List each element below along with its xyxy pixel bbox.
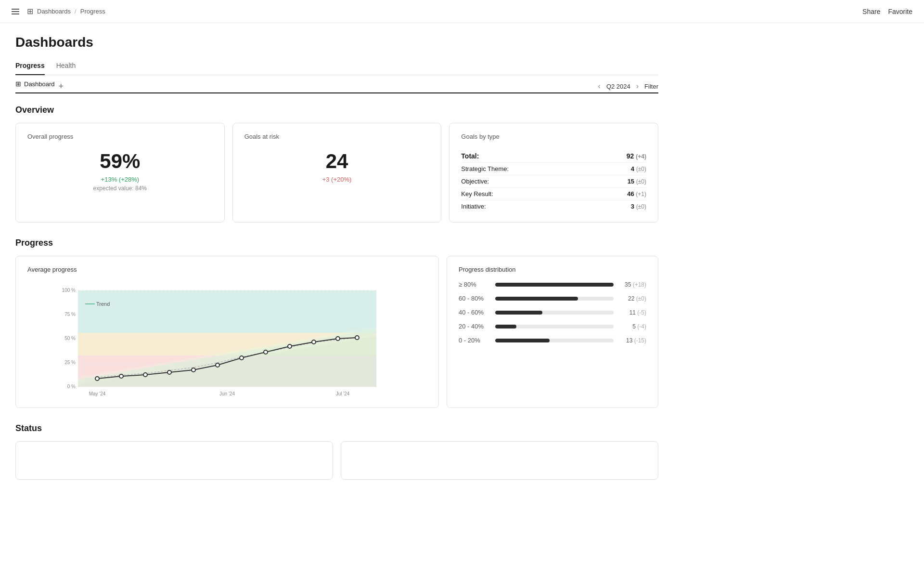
sub-toolbar: ⊞ Dashboard + ‹ Q2 2024 › Filter — [15, 75, 658, 93]
goals-by-type-card: Goals by type Total: 92 (+4) Strategic T… — [449, 123, 658, 223]
dist-range-label: 20 - 40% — [459, 323, 491, 330]
svg-marker-0 — [78, 290, 376, 333]
dist-bar-track — [495, 325, 614, 328]
overview-section: Overview Overall progress 59% +13% (+28%… — [15, 105, 658, 223]
main-tabs: Progress Health — [15, 58, 658, 75]
dist-bar-track — [495, 339, 614, 342]
goals-type-row: Objective: 15 (±0) — [461, 175, 646, 188]
overall-progress-value: 59% — [27, 150, 213, 173]
distribution-title: Progress distribution — [459, 266, 646, 273]
svg-text:Jun '24: Jun '24 — [219, 391, 235, 396]
svg-point-25 — [264, 350, 268, 354]
breadcrumb-progress[interactable]: Progress — [80, 8, 105, 15]
goals-type-table: Total: 92 (+4) Strategic Theme: 4 (±0) O… — [461, 150, 646, 212]
svg-point-18 — [95, 377, 99, 381]
dashboard-tab-label: Dashboard — [24, 80, 55, 88]
goals-type-label: Initiative: — [461, 203, 486, 210]
goals-type-label: Total: — [461, 152, 479, 160]
sub-toolbar-right: ‹ Q2 2024 › Filter — [596, 81, 658, 92]
progress-distribution-card: Progress distribution ≥ 80% 35 (+18) 60 … — [447, 256, 658, 408]
dist-count: 13 (-15) — [617, 337, 646, 344]
next-quarter-button[interactable]: › — [634, 81, 641, 92]
svg-point-20 — [143, 373, 147, 377]
svg-point-29 — [355, 336, 359, 340]
svg-point-28 — [336, 337, 340, 341]
distribution-row: 0 - 20% 13 (-15) — [459, 337, 646, 344]
goals-type-row: Initiative: 3 (±0) — [461, 200, 646, 212]
breadcrumb-separator: / — [75, 8, 77, 15]
dist-bar-fill — [495, 311, 542, 315]
svg-text:50 %: 50 % — [64, 336, 76, 341]
average-progress-chart-card: Average progress — [15, 256, 439, 408]
page-content: Dashboards Progress Health ⊞ Dashboard +… — [0, 23, 674, 507]
svg-point-22 — [192, 368, 195, 372]
dist-bar-track — [495, 283, 614, 287]
svg-point-24 — [240, 356, 244, 360]
overview-title: Overview — [15, 105, 658, 115]
prev-quarter-button[interactable]: ‹ — [596, 81, 603, 92]
goals-type-row: Key Result: 46 (+1) — [461, 188, 646, 200]
page-title: Dashboards — [15, 35, 658, 50]
overall-progress-title: Overall progress — [27, 133, 213, 140]
share-button[interactable]: Share — [862, 8, 880, 15]
svg-point-26 — [288, 344, 292, 348]
progress-charts: Average progress — [15, 256, 658, 408]
overview-cards: Overall progress 59% +13% (+28%) expecte… — [15, 123, 658, 223]
goals-type-value: 15 (±0) — [628, 178, 646, 185]
overall-progress-expected: expected value: 84% — [27, 185, 213, 192]
distribution-row: 40 - 60% 11 (-5) — [459, 309, 646, 316]
goals-type-label: Strategic Theme: — [461, 165, 509, 172]
status-card-2 — [341, 441, 658, 480]
dist-bar-track — [495, 297, 614, 301]
dashboard-grid-icon: ⊞ — [15, 80, 21, 88]
tab-health[interactable]: Health — [56, 58, 76, 75]
goals-type-row: Strategic Theme: 4 (±0) — [461, 163, 646, 175]
top-navigation: ⊞ Dashboards / Progress Share Favorite — [0, 0, 924, 23]
quarter-label: Q2 2024 — [606, 83, 630, 90]
tab-progress[interactable]: Progress — [15, 58, 45, 75]
status-card-1 — [15, 441, 333, 480]
svg-text:100 %: 100 % — [62, 288, 76, 293]
svg-text:25 %: 25 % — [64, 360, 76, 365]
svg-text:Jul '24: Jul '24 — [336, 391, 350, 396]
average-progress-chart: 100 % 75 % 50 % 25 % 0 % May '24 Jun '24… — [27, 281, 427, 396]
dist-count: 5 (-4) — [617, 323, 646, 330]
svg-point-23 — [216, 363, 219, 367]
goals-type-value: 4 (±0) — [631, 165, 646, 172]
menu-icon[interactable] — [12, 9, 19, 14]
goals-type-row: Total: 92 (+4) — [461, 150, 646, 163]
goals-at-risk-change: +3 (+20%) — [244, 176, 430, 183]
status-cards — [15, 441, 658, 480]
distribution-rows: ≥ 80% 35 (+18) 60 - 80% 22 (±0) 40 - 60%… — [459, 281, 646, 344]
dist-range-label: ≥ 80% — [459, 281, 491, 288]
goals-by-type-title: Goals by type — [461, 133, 646, 140]
goals-type-value: 46 (+1) — [627, 190, 646, 197]
progress-section-title: Progress — [15, 238, 658, 248]
dist-bar-fill — [495, 297, 578, 301]
svg-text:75 %: 75 % — [64, 312, 76, 317]
dist-range-label: 40 - 60% — [459, 309, 491, 316]
grid-icon: ⊞ — [27, 7, 33, 16]
goals-type-label: Objective: — [461, 178, 489, 185]
dist-count: 11 (-5) — [617, 309, 646, 316]
dist-bar-track — [495, 311, 614, 315]
goals-type-value: 3 (±0) — [631, 203, 646, 210]
sub-toolbar-left: ⊞ Dashboard + — [15, 80, 64, 92]
status-section: Status — [15, 423, 658, 480]
svg-text:Trend: Trend — [96, 301, 110, 307]
dashboard-tab[interactable]: ⊞ Dashboard — [15, 80, 55, 92]
svg-point-27 — [312, 340, 316, 344]
goals-at-risk-value: 24 — [244, 150, 430, 173]
breadcrumb-dashboards[interactable]: Dashboards — [37, 8, 71, 15]
add-dashboard-button[interactable]: + — [59, 82, 64, 91]
dist-bar-fill — [495, 325, 516, 328]
chart-title: Average progress — [27, 266, 427, 273]
dist-bar-fill — [495, 283, 614, 287]
filter-button[interactable]: Filter — [644, 83, 658, 90]
status-section-title: Status — [15, 423, 658, 434]
dist-bar-fill — [495, 339, 550, 342]
distribution-row: 60 - 80% 22 (±0) — [459, 295, 646, 302]
goals-at-risk-card: Goals at risk 24 +3 (+20%) — [232, 123, 442, 223]
topnav-actions: Share Favorite — [862, 8, 912, 15]
favorite-button[interactable]: Favorite — [888, 8, 912, 15]
